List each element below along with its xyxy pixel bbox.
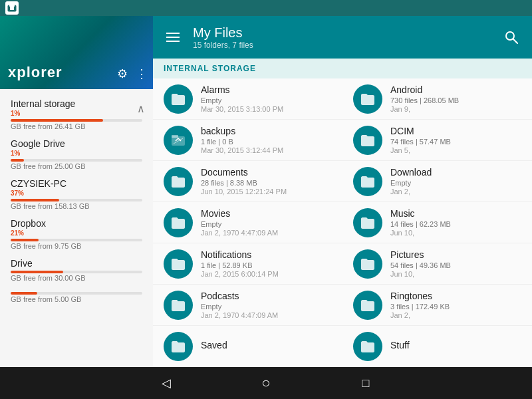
- file-date: Jan 2, 2015 6:00:14 PM: [201, 270, 332, 278]
- file-info: DCIM 74 files | 57.47 MB Jan 5,: [390, 126, 521, 154]
- menu-button[interactable]: [164, 30, 182, 45]
- file-info: Stuff: [390, 340, 521, 352]
- folder-icon: [164, 332, 193, 361]
- sidebar-item-dropbox[interactable]: Dropbox 21% GB free from 9.75 GB: [0, 214, 153, 254]
- file-name: DCIM: [390, 126, 521, 136]
- sidebar-item-google-drive[interactable]: Google Drive 1% GB free from 25.00 GB: [0, 134, 153, 174]
- page-title: My Files: [193, 25, 491, 41]
- main-content: My Files 15 folders, 7 files INTERNAL ST…: [153, 16, 532, 367]
- progress-bar-gdrive: [11, 159, 142, 162]
- list-item[interactable]: Stuff: [342, 326, 532, 367]
- toolbar-title: My Files 15 folders, 7 files: [193, 25, 491, 50]
- list-item[interactable]: Notifications 1 file | 52.89 KB Jan 2, 2…: [153, 243, 342, 285]
- file-meta: 54 files | 49.36 MB: [390, 261, 521, 269]
- recent-button[interactable]: □: [356, 373, 376, 393]
- sidebar-header-icons: ⚙ ⋮: [117, 66, 148, 81]
- file-name: Saved: [201, 340, 332, 350]
- file-name: backups: [201, 126, 332, 136]
- file-info: Android 730 files | 268.05 MB Jan 9,: [390, 84, 521, 113]
- svg-line-4: [513, 39, 517, 43]
- folder-icon: [353, 332, 382, 361]
- progress-bar-drive: [11, 271, 142, 273]
- folder-icon: [353, 208, 382, 237]
- app-status-icon: [5, 1, 19, 15]
- file-name: Download: [390, 167, 521, 178]
- sidebar-header: xplorer ⚙ ⋮: [0, 16, 153, 89]
- list-item[interactable]: Download Empty Jan 2,: [342, 161, 532, 202]
- settings-icon[interactable]: ⚙: [117, 66, 128, 81]
- list-item[interactable]: Saved: [153, 326, 342, 367]
- nav-bar: ◁ ○ □: [0, 367, 532, 399]
- app-container: xplorer ⚙ ⋮ ∧ Internal storage 1% GB fre…: [0, 16, 532, 367]
- more-options-icon[interactable]: ⋮: [136, 66, 148, 81]
- sidebar-item-drive[interactable]: Drive GB free from 30.00 GB: [0, 254, 153, 286]
- list-item[interactable]: Podcasts Empty Jan 2, 1970 4:47:09 AM: [153, 285, 342, 326]
- file-info: Download Empty Jan 2,: [390, 167, 521, 196]
- file-name: Android: [390, 84, 521, 95]
- file-name: Ringtones: [390, 291, 521, 301]
- list-item[interactable]: Pictures 54 files | 49.36 MB Jun 10,: [342, 243, 532, 285]
- list-item[interactable]: Music 14 files | 62.23 MB Jun 10,: [342, 202, 532, 243]
- file-meta: 74 files | 57.47 MB: [390, 138, 521, 146]
- file-info: Music 14 files | 62.23 MB Jun 10,: [390, 208, 521, 237]
- home-button[interactable]: ○: [256, 373, 276, 393]
- files-list: Alarms Empty Mar 30, 2015 3:13:00 PM And…: [153, 78, 532, 367]
- file-name: Music: [390, 208, 521, 219]
- file-date: Mar 30, 2015 3:13:00 PM: [201, 105, 332, 113]
- progress-bar-extra: [11, 292, 142, 295]
- list-item[interactable]: Ringtones 3 files | 172.49 KB Jan 2,: [342, 285, 532, 326]
- file-name: Podcasts: [201, 291, 332, 301]
- back-button[interactable]: ◁: [156, 373, 176, 393]
- sidebar: xplorer ⚙ ⋮ ∧ Internal storage 1% GB fre…: [0, 16, 153, 367]
- file-info: Ringtones 3 files | 172.49 KB Jan 2,: [390, 291, 521, 319]
- folder-icon: [164, 84, 193, 114]
- backups-folder-icon: [164, 126, 193, 155]
- list-item[interactable]: backups 1 file | 0 B Mar 30, 2015 3:12:4…: [153, 120, 342, 161]
- toolbar: My Files 15 folders, 7 files: [153, 16, 532, 59]
- list-item[interactable]: Documents 28 files | 8.38 MB Jun 10, 201…: [153, 161, 342, 202]
- collapse-icon[interactable]: ∧: [137, 102, 145, 115]
- file-name: Stuff: [390, 340, 521, 350]
- folder-icon: [164, 249, 193, 279]
- sidebar-item-czysiek-pc[interactable]: CZYSIEK-PC 37% GB free from 158.13 GB: [0, 174, 153, 214]
- progress-bar-dropbox: [11, 239, 142, 241]
- file-meta: Empty: [201, 220, 332, 228]
- folder-icon: [353, 249, 382, 279]
- list-item[interactable]: Android 730 files | 268.05 MB Jan 9,: [342, 78, 532, 120]
- file-date: Mar 30, 2015 3:12:44 PM: [201, 146, 332, 154]
- folder-icon: [164, 291, 193, 320]
- file-meta: Empty: [201, 96, 332, 104]
- list-item[interactable]: Alarms Empty Mar 30, 2015 3:13:00 PM: [153, 78, 342, 120]
- file-meta: 28 files | 8.38 MB: [201, 179, 332, 187]
- svg-rect-1: [9, 4, 15, 7]
- sidebar-item-extra[interactable]: GB free from 5.00 GB: [0, 286, 153, 307]
- file-meta: 3 files | 172.49 KB: [390, 303, 521, 311]
- file-meta: 14 files | 62.23 MB: [390, 220, 521, 228]
- sidebar-items: Internal storage 1% GB free from 26.41 G…: [0, 89, 153, 367]
- svg-rect-6: [172, 135, 178, 138]
- file-name: Movies: [201, 208, 332, 219]
- search-button[interactable]: [501, 27, 521, 47]
- file-info: Movies Empty Jan 2, 1970 4:47:09 AM: [201, 208, 332, 237]
- file-date: Jan 2, 1970 4:47:09 AM: [201, 311, 332, 319]
- svg-rect-2: [10, 7, 14, 10]
- file-meta: 1 file | 0 B: [201, 138, 332, 146]
- file-name: Documents: [201, 167, 332, 178]
- file-date: Jan 2,: [390, 188, 521, 196]
- sidebar-title: xplorer: [8, 64, 63, 81]
- list-item[interactable]: Movies Empty Jan 2, 1970 4:47:09 AM: [153, 202, 342, 243]
- svg-point-3: [506, 32, 514, 40]
- list-item[interactable]: DCIM 74 files | 57.47 MB Jan 5,: [342, 120, 532, 161]
- folder-icon: [353, 126, 382, 155]
- file-name: Notifications: [201, 249, 332, 260]
- folder-icon: [353, 84, 382, 114]
- file-date: Jun 10,: [390, 229, 521, 237]
- file-date: Jan 2, 1970 4:47:09 AM: [201, 229, 332, 237]
- file-info: Pictures 54 files | 49.36 MB Jun 10,: [390, 249, 521, 278]
- file-meta: Empty: [201, 303, 332, 311]
- file-date: Jun 10,: [390, 270, 521, 278]
- file-info: Documents 28 files | 8.38 MB Jun 10, 201…: [201, 167, 332, 196]
- file-info: backups 1 file | 0 B Mar 30, 2015 3:12:4…: [201, 126, 332, 154]
- sidebar-item-internal-storage[interactable]: Internal storage 1% GB free from 26.41 G…: [0, 94, 153, 134]
- file-info: Notifications 1 file | 52.89 KB Jan 2, 2…: [201, 249, 332, 278]
